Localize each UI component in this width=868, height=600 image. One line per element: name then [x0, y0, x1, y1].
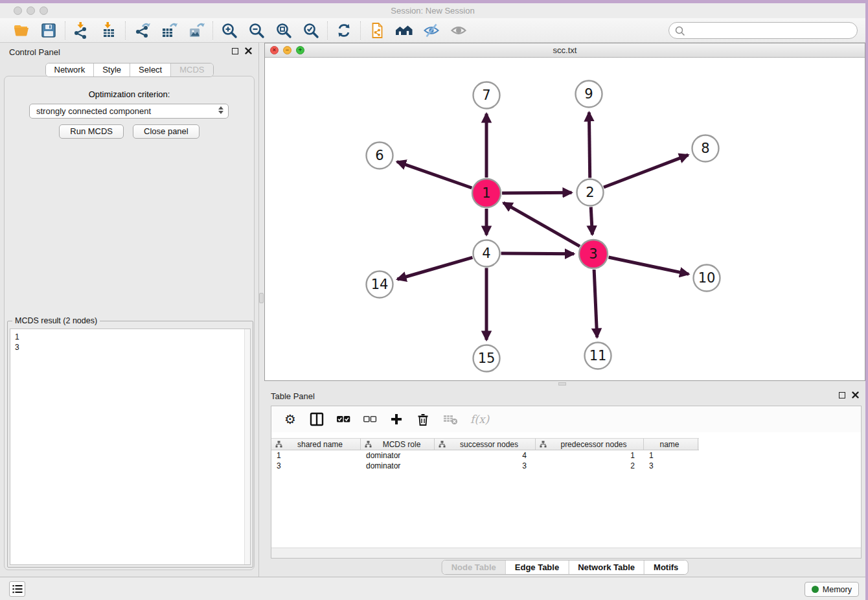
zoom-selected-button[interactable] — [301, 21, 321, 40]
tab-motifs[interactable]: Motifs — [644, 560, 687, 574]
import-table-button[interactable] — [99, 21, 119, 40]
horizontal-splitter-handle[interactable] — [558, 382, 566, 386]
table-cell[interactable]: 1 — [644, 450, 698, 461]
tab-edge-table[interactable]: Edge Table — [505, 560, 568, 574]
network-close-button[interactable]: × — [270, 46, 279, 54]
float-table-panel-icon[interactable] — [839, 392, 845, 398]
column-header-predecessor-nodes[interactable]: predecessor nodes — [536, 439, 644, 450]
mcds-result-textarea[interactable]: 13 — [10, 329, 251, 565]
column-header-mcds-role[interactable]: MCDS role — [361, 439, 435, 450]
tab-style[interactable]: Style — [93, 63, 130, 76]
window-close-button[interactable] — [14, 6, 22, 15]
graph-node-10[interactable]: 10 — [694, 265, 720, 292]
table-cell[interactable]: 2 — [536, 461, 644, 471]
window-minimize-button[interactable] — [27, 6, 35, 15]
hide-graphics-details-button[interactable] — [422, 21, 441, 40]
graph-node-2[interactable]: 2 — [577, 179, 604, 206]
vertical-splitter-handle[interactable] — [259, 293, 264, 303]
table-cell[interactable]: 3 — [644, 461, 698, 471]
horizontal-splitter[interactable] — [260, 381, 865, 387]
column-header-name[interactable]: name — [644, 439, 698, 450]
float-panel-icon[interactable] — [232, 48, 238, 54]
network-document-button[interactable] — [367, 21, 387, 40]
tab-mcds[interactable]: MCDS — [170, 63, 212, 76]
graph-edge-3-1[interactable] — [503, 203, 580, 246]
graph-edge-4-3[interactable] — [501, 253, 575, 254]
task-history-button[interactable] — [9, 581, 25, 597]
search-input[interactable] — [689, 24, 857, 37]
table-cell[interactable]: 3 — [435, 461, 536, 471]
zoom-out-button[interactable] — [247, 21, 266, 40]
graph-edge-3-10[interactable] — [609, 257, 689, 274]
zoom-fit-button[interactable] — [274, 21, 293, 40]
graph-node-4[interactable]: 4 — [474, 240, 500, 267]
graph-node-14[interactable]: 14 — [367, 271, 393, 298]
save-session-button[interactable] — [39, 21, 58, 40]
graph-edge-2-3[interactable] — [591, 207, 592, 235]
export-table-icon — [161, 22, 177, 39]
graph-node-6[interactable]: 6 — [367, 143, 393, 169]
network-canvas[interactable]: 7968124314101511 — [265, 58, 865, 380]
search-field[interactable] — [668, 22, 858, 39]
graph-node-3[interactable]: 3 — [579, 240, 608, 268]
table-cell[interactable]: 1 — [271, 450, 361, 461]
select-all-rows-button[interactable] — [336, 411, 350, 427]
graph-node-1[interactable]: 1 — [472, 179, 501, 207]
open-session-button[interactable] — [12, 21, 31, 40]
column-header-shared-name[interactable]: shared name — [271, 439, 361, 450]
window-zoom-button[interactable] — [40, 6, 48, 15]
graph-edge-1-6[interactable] — [397, 162, 472, 189]
table-cell[interactable]: 3 — [271, 461, 361, 471]
column-header-successor-nodes[interactable]: successor nodes — [435, 439, 536, 450]
graph-node-11[interactable]: 11 — [585, 343, 611, 369]
run-mcds-button[interactable]: Run MCDS — [59, 124, 124, 139]
table-cell[interactable]: 4 — [435, 450, 536, 461]
zoom-in-button[interactable] — [220, 21, 239, 40]
delete-row-button[interactable] — [416, 411, 430, 427]
memory-button[interactable]: Memory — [805, 582, 859, 597]
tab-network-table[interactable]: Network Table — [568, 560, 644, 574]
graph-edge-2-8[interactable] — [604, 155, 688, 187]
tab-select[interactable]: Select — [130, 63, 170, 76]
apply-layout-button[interactable] — [334, 21, 354, 40]
export-table-button[interactable] — [159, 21, 179, 40]
network-graph[interactable]: 7968124314101511 — [265, 58, 865, 380]
deselect-all-rows-button[interactable] — [363, 411, 377, 427]
home-button[interactable] — [394, 21, 414, 40]
table-row[interactable]: 1dominator411 — [271, 450, 699, 461]
network-minimize-button[interactable]: − — [283, 46, 291, 54]
function-icon: f(x) — [470, 413, 489, 426]
graph-node-7[interactable]: 7 — [474, 82, 500, 109]
graph-node-9[interactable]: 9 — [576, 81, 602, 108]
optimization-criterion-select[interactable]: strongly connected component — [29, 104, 229, 119]
graph-edge-3-11[interactable] — [594, 270, 597, 338]
tab-network[interactable]: Network — [45, 63, 93, 76]
close-panel-icon[interactable] — [245, 47, 252, 54]
table-cell[interactable]: dominator — [361, 450, 435, 461]
import-network-button[interactable] — [72, 21, 91, 40]
result-scrollbar[interactable] — [244, 329, 250, 564]
graph-node-8[interactable]: 8 — [692, 135, 719, 162]
export-image-button[interactable] — [187, 21, 206, 40]
table-cell[interactable]: 1 — [536, 450, 644, 461]
show-columns-button[interactable] — [310, 411, 324, 427]
network-window-title: scc.txt — [265, 43, 865, 57]
network-window-titlebar[interactable]: × − + scc.txt — [265, 43, 865, 58]
export-network-button[interactable] — [132, 21, 152, 40]
network-zoom-button[interactable]: + — [296, 46, 304, 54]
table-settings-button[interactable]: ⚙ — [283, 411, 297, 427]
table-row[interactable]: 3dominator323 — [271, 461, 699, 471]
close-panel-button[interactable]: Close panel — [133, 124, 200, 139]
close-table-panel-icon[interactable] — [852, 391, 859, 398]
table-cell[interactable]: dominator — [361, 461, 435, 471]
graph-edge-1-2[interactable] — [502, 192, 572, 193]
delete-table-button[interactable] — [442, 411, 458, 427]
table-horizontal-scrollbar[interactable] — [271, 548, 861, 558]
graph-edge-4-14[interactable] — [397, 257, 472, 279]
show-graphics-details-button[interactable] — [449, 21, 468, 40]
add-row-button[interactable] — [389, 411, 404, 427]
tab-node-table[interactable]: Node Table — [442, 560, 505, 574]
graph-node-15[interactable]: 15 — [474, 345, 500, 372]
graph-edge-2-9[interactable] — [589, 113, 589, 178]
function-builder-button[interactable]: f(x) — [470, 411, 489, 427]
